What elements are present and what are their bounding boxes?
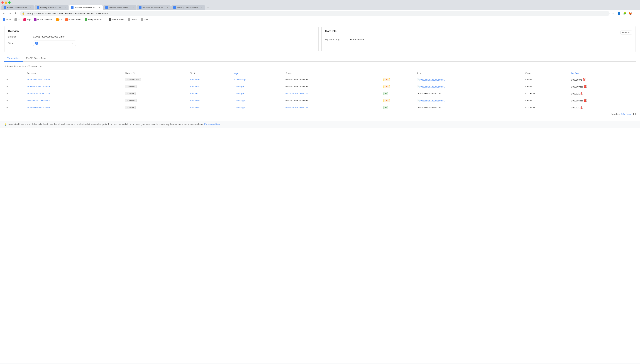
eye-icon[interactable]: 👁 <box>6 92 9 95</box>
tab-close-icon[interactable]: ✕ <box>200 6 203 9</box>
age-cell: 1 min ago <box>233 83 284 90</box>
block-link[interactable]: 10917807 <box>190 92 199 95</box>
maximize-button[interactable] <box>8 2 11 4</box>
page-tab[interactable]: Transactions <box>4 55 23 62</box>
nav-actions: ☆ 👤 🧩 🦊 ⋮ <box>611 11 638 16</box>
info-icon[interactable]: ⓘ <box>133 72 135 75</box>
txn-hash-link[interactable]: 0x14a946cc31986a50c4... <box>27 99 52 102</box>
from-filter-icon[interactable]: ▼ <box>291 72 293 74</box>
browser-tab[interactable]: Rinkeby Transaction Ha... ✕ <box>171 5 205 10</box>
tab-close-icon[interactable]: ✕ <box>64 6 66 9</box>
to-link[interactable]: 0x83cdaef1de9ef3a9bf8... <box>420 78 445 81</box>
contract-icon: 📄 <box>417 78 420 81</box>
more-button[interactable]: More ▼ <box>620 30 632 34</box>
token-count-badge: 1 <box>35 42 38 45</box>
block-link[interactable]: 10917798 <box>190 106 199 109</box>
browser-tab[interactable]: Booble | Address 0x83... ✕ <box>2 5 34 10</box>
to-link[interactable]: 0x83cdaef1de9ef3a9bf8... <box>420 100 445 102</box>
method-badge: Transfer <box>125 92 136 95</box>
eye-icon[interactable]: 👁 <box>6 78 9 81</box>
knowledge-base-link[interactable]: Knowledge Base <box>204 123 220 126</box>
to-address: 0xa53c18f550a5a94af70... <box>417 92 442 95</box>
page-tab[interactable]: Erc721 Token Txns <box>23 55 49 62</box>
method-cell: Free Mint <box>123 97 188 104</box>
info-icon: 💡 <box>4 124 7 126</box>
bookmarks-bar: move nft rugs wizard collection LA Pocke… <box>0 17 640 22</box>
eye-icon[interactable]: 👁 <box>6 85 9 88</box>
browser-tab[interactable]: Rinkeby Transaction Ha... ✕ <box>35 5 69 10</box>
from-address: 0xa53c18f550a5a94af70... <box>286 78 311 81</box>
eye-icon[interactable]: 👁 <box>6 99 9 102</box>
txn-hash-link[interactable]: 0xdb0340982de3911c54... <box>27 92 52 95</box>
token-select[interactable]: 1 ▼ <box>33 40 76 46</box>
block-link[interactable]: 10917808 <box>190 85 199 88</box>
to-cell: 📄 0x83cdaef1de9ef3a9bf8... <box>415 97 523 104</box>
bookmark-item[interactable]: Pocket Wallet <box>64 18 83 22</box>
forward-button[interactable]: → <box>8 11 13 16</box>
back-button[interactable]: ← <box>2 11 7 16</box>
bookmark-item[interactable]: NEAR Wallet <box>107 18 126 22</box>
to-filter-icon[interactable]: ▼ <box>420 72 421 74</box>
profile-icon[interactable]: 👤 <box>616 11 621 16</box>
age-cell: 3 mins ago <box>233 97 284 104</box>
method-badge: Free Mint <box>125 99 136 102</box>
bookmark-label: rugs <box>27 18 31 21</box>
extensions-icon[interactable]: 🧩 <box>622 11 627 16</box>
bookmark-item[interactable]: LA <box>55 18 64 22</box>
txn-hash-cell: 0x14a946cc31986a50c4... <box>25 97 123 104</box>
address-bar[interactable]: 🔒 rinkeby.etherscan.io/address/0xa53c18f… <box>20 11 610 16</box>
metamask-icon[interactable]: 🦊 <box>628 11 633 16</box>
block-link[interactable]: 10917810 <box>190 78 199 81</box>
block-link[interactable]: 10917799 <box>190 99 199 102</box>
browser-tab[interactable]: Rinkeby Transaction Ha... ✕ <box>69 5 103 10</box>
age-cell: 3 mins ago <box>233 104 284 111</box>
to-link[interactable]: 0x83cdaef1de9ef3a9bf8... <box>420 86 445 88</box>
method-cell: Transfer <box>123 90 188 97</box>
close-button[interactable] <box>2 2 4 4</box>
th-value: Value <box>523 70 569 76</box>
eye-icon[interactable]: 👁 <box>6 106 9 109</box>
transactions-table: Txn Hash Method ⓘ Block Age <box>4 70 636 111</box>
value-cell: 0 Ether <box>523 83 569 90</box>
bookmark-item[interactable]: atlanta <box>126 18 139 22</box>
block-cell: 10917799 <box>188 97 233 104</box>
th-method: Method ⓘ <box>123 70 188 76</box>
bookmark-item[interactable]: Bridgoooooors - ... <box>83 18 107 22</box>
bookmark-item[interactable]: wizard collection <box>33 18 54 22</box>
txn-hash-link[interactable]: 0xd40a3748595053f4cd... <box>27 106 52 109</box>
to-cell: 0xa53c18f550a5a94af70... <box>415 90 523 97</box>
bookmark-item[interactable]: move <box>2 18 13 22</box>
name-tag-value: Not Available <box>350 38 364 41</box>
bookmark-icon[interactable]: ☆ <box>611 11 616 16</box>
txn-hash-link[interactable]: 0xd89664520f874fad426... <box>27 85 52 88</box>
block-cell: 10917808 <box>188 83 233 90</box>
csv-export-link[interactable]: CSV Export <box>621 113 632 116</box>
bookmark-item[interactable]: rugs <box>22 18 32 22</box>
minimize-button[interactable] <box>5 2 7 4</box>
new-tab-button[interactable]: + <box>205 5 210 10</box>
fee-cell: 0.000069465 ⛽ <box>569 83 636 90</box>
bookmark-item[interactable]: nft <box>13 18 22 22</box>
more-options-icon[interactable]: ⋮ <box>633 11 638 16</box>
txn-hash-link[interactable]: 0xba63233167207fdf95c... <box>27 78 52 81</box>
tab-close-icon[interactable]: ✕ <box>98 6 101 9</box>
browser-tab[interactable]: Rinkeby Transaction Ha... ✕ <box>137 5 171 10</box>
browser-tab[interactable]: Address 0xa53c18f550... ✕ <box>103 5 136 10</box>
txn-hash-cell: 0xdb0340982de3911c54... <box>25 90 123 97</box>
address-text: rinkeby.etherscan.io/address/0xa53c18f55… <box>26 12 607 15</box>
tab-close-icon[interactable]: ✕ <box>166 6 169 9</box>
tab-close-icon[interactable]: ✕ <box>30 6 32 9</box>
more-info-card: More Info More ▼ My Name Tag: Not Availa… <box>321 26 636 52</box>
eye-cell: 👁 <box>4 76 25 83</box>
table-options-icon[interactable]: ⋮ <box>632 64 636 68</box>
from-link[interactable]: 0xe20aec1183f60f413ab... <box>286 106 311 109</box>
titlebar <box>2 2 638 4</box>
txn-hash-cell: 0xba63233167207fdf95c... <box>25 76 123 83</box>
page: Overview Balance: 0.000178999999831998 E… <box>0 22 640 363</box>
bookmark-item[interactable]: ethNY <box>139 18 151 22</box>
table-row: 👁 0xdb0340982de3911c54... Transfer 10917… <box>4 90 636 97</box>
reload-button[interactable]: ↻ <box>14 11 19 16</box>
from-link[interactable]: 0xe20aec1183f60f413ab... <box>286 92 311 95</box>
tab-close-icon[interactable]: ✕ <box>132 6 134 9</box>
tx-summary: ⇅ Latest 5 from a total of 5 transaction… <box>4 64 636 68</box>
